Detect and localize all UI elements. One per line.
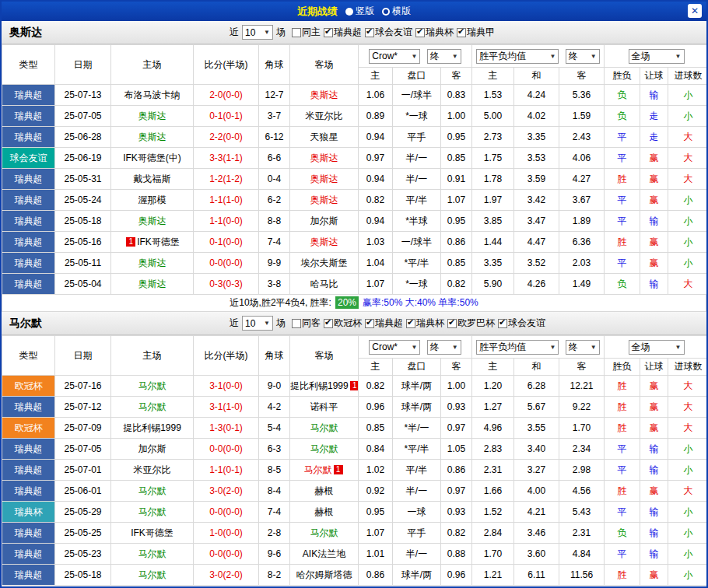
result-goals-cell: 小 bbox=[668, 544, 708, 565]
home-team-cell: 1IFK哥德堡 bbox=[111, 232, 194, 253]
match-row: 瑞典超25-06-01马尔默3-0(2-0)8-4赫根0.92半/一0.971.… bbox=[2, 481, 708, 502]
checkbox-checked[interactable] bbox=[365, 28, 374, 37]
checkbox-checked[interactable] bbox=[498, 319, 507, 328]
scope-select[interactable]: 全场▼ bbox=[629, 49, 685, 64]
final-value: 终 bbox=[430, 50, 440, 63]
checkbox-checked[interactable] bbox=[457, 28, 466, 37]
filter-瑞典超[interactable]: 瑞典超 bbox=[324, 26, 362, 39]
home-team-cell: 布洛马波卡纳 bbox=[111, 85, 194, 106]
checkbox-unchecked[interactable] bbox=[292, 319, 301, 328]
home-team-cell: 马尔默 bbox=[111, 376, 194, 397]
league-type-cell: 瑞典杯 bbox=[2, 502, 55, 523]
col-avg-away: 客 bbox=[559, 68, 605, 85]
result-handicap-cell: 赢 bbox=[640, 232, 668, 253]
checkbox-checked[interactable] bbox=[447, 319, 457, 328]
asia-home-odds: 0.96 bbox=[359, 397, 393, 418]
filter-球会友谊[interactable]: 球会友谊 bbox=[365, 26, 412, 39]
near-count-select[interactable]: 10▼ bbox=[242, 316, 273, 331]
scope-select[interactable]: 全场▼ bbox=[629, 340, 685, 355]
near-count-select[interactable]: 10▼ bbox=[242, 25, 273, 40]
team-name: 奥斯达 bbox=[9, 26, 42, 40]
avg-draw-odds: 3.27 bbox=[514, 460, 559, 481]
away-team-cell: 马尔默1 bbox=[290, 460, 359, 481]
home-team-cell: 奥斯达 bbox=[111, 253, 194, 274]
avg-odds-select[interactable]: 胜平负均值▼ bbox=[476, 49, 559, 64]
result-handicap-cell: 赢 bbox=[640, 376, 668, 397]
match-row: 瑞典超25-07-05奥斯达0-1(0-1)3-7米亚尔比0.89*一球1.00… bbox=[2, 106, 708, 127]
result-goals-cell: 大 bbox=[668, 376, 708, 397]
filter-label: 球会友谊 bbox=[508, 317, 545, 330]
close-icon[interactable]: ✕ bbox=[688, 4, 702, 18]
team-section-header: 奥斯达 近 10▼ 场 同主瑞典超球会友谊瑞典杯瑞典甲 bbox=[2, 21, 706, 44]
final-avg-select[interactable]: 终▼ bbox=[566, 340, 600, 355]
score-cell: 1-1(0-1) bbox=[194, 460, 259, 481]
avg-away-odds: 3.67 bbox=[559, 190, 605, 211]
filter-瑞典超[interactable]: 瑞典超 bbox=[365, 317, 403, 330]
score-cell: 3-3(1-1) bbox=[194, 148, 259, 169]
final-odds-select[interactable]: 终▼ bbox=[427, 340, 461, 355]
radio-icon[interactable] bbox=[345, 8, 353, 16]
col-corners: 角球 bbox=[259, 336, 290, 376]
result-wdl-cell: 胜 bbox=[605, 376, 640, 397]
bookmaker-select[interactable]: Crow*▼ bbox=[369, 49, 420, 64]
score-cell: 1-1(1-0) bbox=[194, 190, 259, 211]
checkbox-checked[interactable] bbox=[365, 319, 374, 328]
team-label: 奥斯达 bbox=[138, 131, 166, 142]
checkbox-checked[interactable] bbox=[324, 319, 333, 328]
team-label: 诺科平 bbox=[310, 401, 338, 412]
asia-home-odds: 0.94 bbox=[359, 211, 393, 232]
result-goals-cell: 小 bbox=[668, 253, 708, 274]
filter-瑞典杯[interactable]: 瑞典杯 bbox=[415, 26, 454, 39]
chevron-down-icon: ▼ bbox=[411, 53, 417, 60]
team-label: 奥斯达 bbox=[310, 89, 338, 100]
checkbox-checked[interactable] bbox=[324, 28, 333, 37]
avg-home-odds: 1.44 bbox=[472, 232, 514, 253]
checkbox-checked[interactable] bbox=[406, 319, 415, 328]
team-label: 渥那模 bbox=[138, 194, 166, 205]
final-avg-select[interactable]: 终▼ bbox=[566, 49, 600, 64]
date-cell: 25-06-01 bbox=[55, 481, 111, 502]
filter-同客[interactable]: 同客 bbox=[292, 317, 321, 330]
checkbox-checked[interactable] bbox=[415, 28, 425, 37]
result-wdl-cell: 平 bbox=[605, 127, 640, 148]
view-option-horizontal[interactable]: 横版 bbox=[382, 5, 411, 18]
view-option-vertical[interactable]: 竖版 bbox=[345, 5, 374, 18]
radio-icon[interactable] bbox=[382, 8, 390, 16]
avg-odds-select[interactable]: 胜平负均值▼ bbox=[476, 340, 559, 355]
team-label: 哈马比 bbox=[310, 278, 338, 289]
asia-handicap: 一/球半 bbox=[393, 232, 441, 253]
checkbox-unchecked[interactable] bbox=[292, 28, 301, 37]
result-goals-cell: 大 bbox=[668, 481, 708, 502]
filter-瑞典杯[interactable]: 瑞典杯 bbox=[406, 317, 444, 330]
filter-label: 欧冠杯 bbox=[334, 317, 362, 330]
corners-cell: 6-3 bbox=[259, 439, 290, 460]
filter-欧冠杯[interactable]: 欧冠杯 bbox=[324, 317, 362, 330]
asia-home-odds: 1.03 bbox=[359, 232, 393, 253]
date-cell: 25-05-18 bbox=[55, 565, 111, 586]
avg-draw-odds: 3.55 bbox=[514, 418, 559, 439]
avg-draw-odds: 5.67 bbox=[514, 397, 559, 418]
col-away: 客场 bbox=[290, 45, 359, 85]
final-value: 终 bbox=[569, 50, 578, 63]
asia-handicap: *一球 bbox=[393, 106, 441, 127]
asia-handicap: *半球 bbox=[393, 211, 441, 232]
asia-home-odds: 1.07 bbox=[359, 523, 393, 544]
team-label: 马尔默 bbox=[310, 422, 338, 433]
league-type-cell: 球会友谊 bbox=[2, 148, 55, 169]
bookmaker-select[interactable]: Crow*▼ bbox=[369, 340, 420, 355]
result-goals-cell: 小 bbox=[668, 439, 708, 460]
team-label: 加尔斯 bbox=[310, 215, 338, 226]
filter-同主[interactable]: 同主 bbox=[292, 26, 321, 39]
result-wdl-cell: 胜 bbox=[605, 397, 640, 418]
avg-value: 胜平负均值 bbox=[479, 50, 526, 63]
match-row: 瑞典超25-07-05加尔斯0-0(0-0)6-3马尔默0.84*平/半1.05… bbox=[2, 439, 708, 460]
filter-瑞典甲[interactable]: 瑞典甲 bbox=[457, 26, 495, 39]
team-name: 马尔默 bbox=[9, 317, 42, 331]
final-odds-select[interactable]: 终▼ bbox=[427, 49, 461, 64]
col-score: 比分(半场) bbox=[194, 336, 259, 376]
filter-欧罗巴杯[interactable]: 欧罗巴杯 bbox=[447, 317, 495, 330]
result-wdl-cell: 平 bbox=[605, 190, 640, 211]
team-label: IFK哥德堡 bbox=[131, 527, 173, 538]
match-row: 瑞典超25-07-12马尔默3-1(1-0)4-2诺科平0.96球半/两0.93… bbox=[2, 397, 708, 418]
filter-球会友谊[interactable]: 球会友谊 bbox=[498, 317, 545, 330]
